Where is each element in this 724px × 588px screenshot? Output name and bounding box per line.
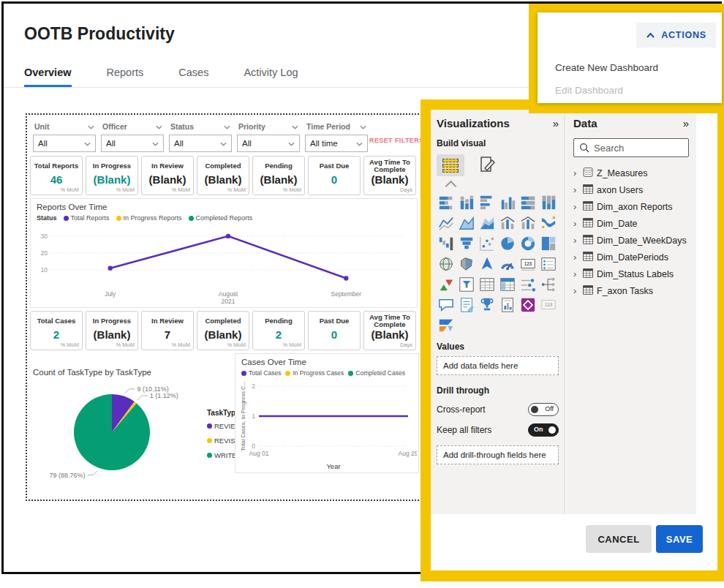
table-item-dim-date[interactable]: ›Dim_Date [573,215,689,232]
kpi-card-avg-time-to-complete[interactable]: Avg Time To Complete(Blank)Days [363,156,416,195]
filter-dropdown[interactable]: All [33,135,96,152]
kpi-label: Total Cases [36,312,78,328]
expand-chevron-icon[interactable]: › [573,254,579,261]
kpi-card-avg-time-to-complete[interactable]: Avg Time To Complete(Blank)Days [363,311,416,350]
azure-map-icon[interactable] [478,255,496,273]
filter-dropdown[interactable]: All [169,135,232,152]
tab-reports[interactable]: Reports [107,67,144,87]
waterfall-chart-icon[interactable] [437,234,455,252]
collapse-pane-icon[interactable]: » [683,118,689,129]
hundred-stacked-column-chart-icon[interactable] [539,193,557,211]
expand-chevron-icon[interactable]: › [573,287,579,295]
clustered-bar-chart-icon[interactable] [478,193,496,211]
reports-over-time-chart[interactable]: Reports Over Time StatusTotal ReportsIn … [30,198,418,308]
menu-item-edit-dashboard[interactable]: Edit Dashboard [555,85,623,101]
menu-item-create-new-dashboard[interactable]: Create New Dashboard [555,62,658,78]
expand-chevron-icon[interactable]: › [573,220,579,227]
table-item-z-measures[interactable]: ›Z_Measures [573,165,689,181]
line-chart-icon[interactable] [437,214,455,232]
area-chart-icon[interactable] [457,214,475,232]
smart-narrative-icon[interactable] [457,295,475,314]
table-item-dim-date-weekdays[interactable]: ›Dim_Date_WeekDays [573,232,689,249]
key-influencers-icon[interactable] [519,275,537,293]
legend-dot-icon [64,216,69,221]
kpi-card-completed[interactable]: Completed(Blank)% MoM [197,311,249,350]
data-search-input[interactable]: Search [573,138,689,157]
filter-dropdown[interactable]: All [237,135,300,152]
funnel-chart-icon[interactable] [457,234,475,252]
kpi-card-pending[interactable]: Pending2% MoM [252,311,305,350]
table-item-f-axon-tasks[interactable]: ›F_axon Tasks [573,282,689,299]
stacked-bar-chart-icon[interactable] [437,193,455,211]
build-visual-tab[interactable] [437,154,464,176]
tab-activity-log[interactable]: Activity Log [244,67,298,87]
table-item-dim-axon-reports[interactable]: ›Dim_axon Reports [573,198,689,215]
power-apps-icon[interactable] [519,295,537,314]
kpi-card-in-review[interactable]: In Review(Blank)% MoM [141,156,194,195]
kpi-card-total-cases[interactable]: Total Cases2% MoM [30,311,83,350]
expand-chevron-icon[interactable]: › [573,237,579,244]
power-automate-icon[interactable] [437,316,455,334]
cases-over-time-chart[interactable]: Cases Over Time Total CasesIn Progress C… [235,353,419,473]
kpi-card-in-review[interactable]: In Review7% MoM [141,311,194,350]
kpi-card-in-progress[interactable]: In Progress(Blank)% MoM [86,311,138,350]
hundred-stacked-bar-chart-icon[interactable] [519,193,537,211]
kpi-card-past-due[interactable]: Past Due0 [308,311,361,350]
table-icon [583,251,593,264]
expand-chevron-icon[interactable]: › [573,203,579,211]
kpi-value: (Blank) [372,328,409,341]
matrix-icon[interactable] [498,275,516,293]
stacked-column-chart-icon[interactable] [457,193,475,211]
add-drill-through-fields-dropzone[interactable]: Add drill-through fields here [437,445,559,464]
map-icon[interactable] [437,255,455,273]
filter-dropdown[interactable]: All [101,135,164,152]
actions-button[interactable]: ACTIONS [636,23,716,48]
ribbon-chart-icon[interactable] [539,214,557,232]
save-button[interactable]: SAVE [656,525,703,553]
kpi-card-in-progress[interactable]: In Progress(Blank)% MoM [86,156,138,195]
cross-report-toggle[interactable]: Off [528,403,559,416]
filled-map-icon[interactable] [457,255,475,273]
cancel-button[interactable]: CANCEL [586,525,652,553]
pie-chart-icon[interactable] [498,234,516,252]
filter-dropdown[interactable]: All time [305,135,368,152]
card-icon[interactable]: 123 [519,255,537,273]
table-icon [583,234,593,247]
treemap-icon[interactable] [539,234,557,252]
paginated-report-icon[interactable] [498,295,516,314]
kpi-card-past-due[interactable]: Past Due0 [308,156,361,195]
reset-filters-button[interactable]: RESET FILTERS [369,137,424,144]
multi-row-card-icon[interactable] [539,255,557,273]
table-item-dim-status-labels[interactable]: ›Dim_Status Labels [573,265,689,282]
line-and-stacked-column-chart-icon[interactable] [498,214,516,232]
keep-all-filters-toggle[interactable]: On [528,423,559,437]
kpi-card-total-reports[interactable]: Total Reports46% MoM [30,156,83,195]
expand-chevron-icon[interactable]: › [573,186,579,194]
kpi-icon[interactable] [437,275,455,293]
table-item-axon-users[interactable]: ›axon Users [573,181,689,198]
format-visual-tab[interactable] [479,156,497,175]
table-item-dim-dateperiods[interactable]: ›Dim_DatePeriods [573,249,689,265]
metrics-icon[interactable] [478,295,496,314]
collapse-pane-icon[interactable]: » [553,118,559,129]
clustered-column-chart-icon[interactable] [498,193,516,211]
tab-cases[interactable]: Cases [178,67,208,87]
stacked-area-chart-icon[interactable] [478,214,496,232]
tab-overview[interactable]: Overview [24,67,72,87]
expand-chevron-icon[interactable]: › [573,271,579,278]
kpi-value: 0 [331,328,337,341]
line-and-clustered-column-chart-icon[interactable] [519,214,537,232]
add-data-fields-dropzone[interactable]: Add data fields here [437,356,559,375]
qa-visual-icon[interactable] [437,295,455,314]
new-card-icon[interactable]: 123 [539,295,557,314]
kpi-card-pending[interactable]: Pending(Blank)% MoM [252,156,305,195]
scatter-chart-icon[interactable] [478,234,496,252]
decomposition-tree-icon[interactable] [539,275,557,293]
slicer-icon[interactable] [457,275,475,293]
table-icon[interactable] [478,275,496,293]
gauge-icon[interactable] [498,255,516,273]
kpi-card-completed[interactable]: Completed(Blank)% MoM [197,156,249,195]
donut-chart-icon[interactable] [519,234,537,252]
tasktype-pie-chart[interactable]: Count of TaskType by TaskType 9 (10.11%)… [29,362,235,501]
expand-chevron-icon[interactable]: › [573,170,579,177]
